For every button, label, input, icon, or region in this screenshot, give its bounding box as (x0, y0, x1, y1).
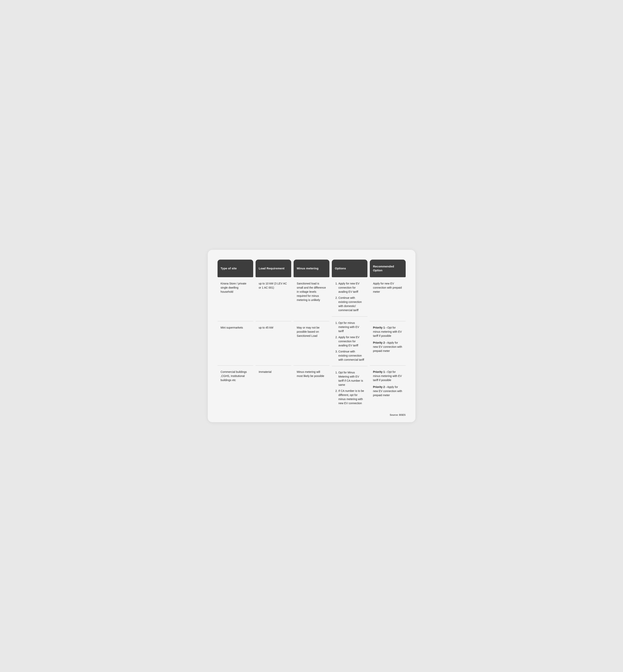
header-type-of-site: Type of site (217, 259, 253, 277)
cell-site-row2: Mini supermarkets (217, 321, 253, 365)
cell-load-row3: Immaterial (256, 366, 291, 410)
cell-recommended-row1: Apply for new EV connection with prepaid… (370, 277, 406, 321)
col-recommended: Recommended Option Apply for new EV conn… (370, 259, 406, 410)
cell-minus-row2: May or may not be possible based on Sanc… (294, 321, 329, 365)
col-minus-metering: Minus metering Sanctioned load is small … (294, 259, 329, 410)
col-load-requirement: Load Requirement up to 10 kW (3 LEV AC o… (256, 259, 291, 410)
body-load-requirement: up to 10 kW (3 LEV AC or 1 AC 001) up to… (256, 277, 291, 410)
cell-recommended-row3: Priority 1 - Opt for minus metering with… (370, 366, 406, 410)
cell-minus-row1: Sanctioned load is small and the differe… (294, 277, 329, 321)
cell-load-row1: up to 10 kW (3 LEV AC or 1 AC 001) (256, 277, 291, 321)
col-options: Options Apply for new EV connection for … (332, 259, 367, 410)
cell-recommended-row2: Priority 1 - Opt for minus metering with… (370, 321, 406, 365)
header-minus-metering: Minus metering (294, 259, 329, 277)
col-type-of-site: Type of site Kirana Store / private sing… (217, 259, 253, 410)
header-recommended: Recommended Option (370, 259, 406, 277)
header-load-requirement: Load Requirement (256, 259, 291, 277)
body-type-of-site: Kirana Store / private single dwelling h… (217, 277, 253, 410)
main-card: Type of site Kirana Store / private sing… (208, 250, 415, 422)
source-label: Source: BSES (217, 414, 406, 416)
table-container: Type of site Kirana Store / private sing… (217, 259, 406, 410)
cell-load-row2: up to 45 kW (256, 321, 291, 365)
cell-site-row3: Commercial buildings ,CGHS, Institutiona… (217, 366, 253, 410)
cell-options-row3: Opt for Minus Metering with EV tariff if… (332, 366, 367, 410)
body-recommended: Apply for new EV connection with prepaid… (370, 277, 406, 410)
cell-options-row2: Opt for minus metering with EV tariffApp… (332, 316, 367, 366)
cell-minus-row3: Minus metering will most likely be possi… (294, 366, 329, 410)
header-options: Options (332, 259, 367, 277)
cell-site-row1: Kirana Store / private single dwelling h… (217, 277, 253, 321)
body-minus-metering: Sanctioned load is small and the differe… (294, 277, 329, 410)
cell-options-row1: Apply for new EV connection for availing… (332, 277, 367, 316)
body-options: Apply for new EV connection for availing… (332, 277, 367, 410)
